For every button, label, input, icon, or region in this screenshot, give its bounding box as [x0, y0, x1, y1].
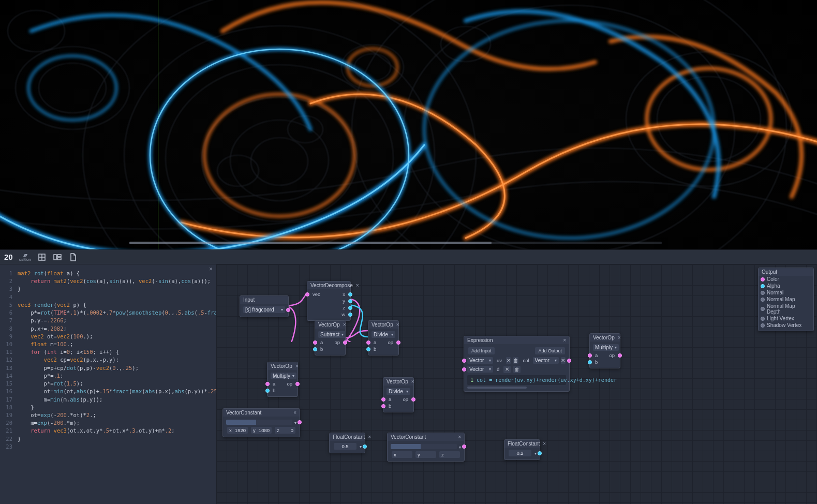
code-editor[interactable]: 1mat2 rot(float a) {2 return mat2(vec2(c…: [0, 266, 216, 454]
add-input-button[interactable]: Add Input: [468, 347, 495, 354]
port-in[interactable]: [462, 359, 466, 363]
code-line[interactable]: 16 ot=min(ot,abs(p)+.15*fract(max(abs(p.…: [3, 388, 216, 395]
node-expression[interactable]: Expression× Add Input Add Output Vector …: [464, 336, 570, 392]
port-out[interactable]: [348, 306, 352, 310]
code-line[interactable]: 4: [3, 293, 216, 301]
file-icon[interactable]: [68, 253, 78, 262]
viewport-scrollbar[interactable]: [129, 242, 662, 244]
y-input[interactable]: y1080: [251, 427, 272, 434]
node-input[interactable]: Input [s] fragcoord: [240, 295, 289, 317]
x-input[interactable]: x: [392, 451, 412, 458]
op-select[interactable]: Multiply: [271, 373, 296, 379]
code-line[interactable]: 22}: [3, 435, 216, 443]
port-in[interactable]: [305, 292, 309, 297]
code-line[interactable]: 18 }: [3, 404, 216, 411]
code-line[interactable]: 14 p*=.1;: [3, 372, 216, 380]
node-vectorconstant[interactable]: VectorConstant× x1920 y1080 z0: [222, 408, 300, 437]
layout-icon[interactable]: [53, 253, 62, 262]
port-out[interactable]: [567, 359, 571, 363]
render-viewport[interactable]: [0, 0, 817, 249]
port-in[interactable]: [313, 340, 317, 345]
port-in[interactable]: [265, 382, 270, 386]
grid-icon[interactable]: [37, 253, 47, 262]
delete-icon[interactable]: ✕: [561, 357, 566, 364]
close-icon[interactable]: ×: [408, 379, 414, 384]
viewport-scrollbar-thumb[interactable]: [129, 242, 492, 244]
port-in[interactable]: [761, 323, 765, 328]
port-in[interactable]: [462, 367, 466, 372]
add-output-button[interactable]: Add Output: [535, 347, 565, 354]
port-out[interactable]: [348, 299, 352, 303]
node-vectorop-subtract[interactable]: VectorOp× Subtract aop b: [315, 320, 346, 355]
node-floatconstant-2[interactable]: FloatConstant× 0.2: [504, 439, 540, 460]
close-icon[interactable]: ×: [540, 441, 546, 447]
float-input[interactable]: 0.2: [509, 450, 531, 456]
port-in[interactable]: [588, 360, 592, 364]
osition-stepper[interactable]: ▴▾ osition: [19, 253, 31, 262]
port-out[interactable]: [298, 420, 302, 424]
trash-icon[interactable]: 🗑: [513, 357, 518, 364]
port-out[interactable]: [363, 444, 367, 449]
code-line[interactable]: 11 for (int i=0; i<150; i++) {: [3, 348, 216, 356]
code-line[interactable]: 1mat2 rot(float a) {: [3, 270, 216, 277]
port-in[interactable]: [761, 291, 765, 295]
y-input[interactable]: y: [415, 451, 436, 458]
port-in[interactable]: [761, 307, 765, 311]
expression-code[interactable]: 1 col = render(uv.xy)+render(uv.xy+d.xy)…: [467, 375, 566, 385]
close-icon[interactable]: ×: [290, 410, 296, 416]
op-select[interactable]: Divide: [372, 331, 395, 338]
op-select[interactable]: Subtract: [318, 331, 346, 338]
port-out[interactable]: [343, 340, 347, 345]
port-in[interactable]: [761, 277, 765, 281]
port-in[interactable]: [588, 353, 592, 358]
op-select[interactable]: Multiply: [593, 344, 619, 351]
close-icon[interactable]: ×: [455, 434, 461, 440]
code-editor-panel[interactable]: × 1mat2 rot(float a) {2 return mat2(vec2…: [0, 264, 216, 504]
close-icon[interactable]: ×: [393, 322, 399, 328]
close-icon[interactable]: ×: [615, 335, 621, 340]
code-line[interactable]: 23: [3, 443, 216, 451]
type-select[interactable]: Vector: [467, 357, 493, 364]
delete-icon[interactable]: ✕: [503, 366, 511, 373]
code-line[interactable]: 17 m=min(m,abs(p.y));: [3, 396, 216, 404]
expression-scrollbar[interactable]: [467, 387, 527, 389]
trash-icon[interactable]: 🗑: [513, 366, 521, 373]
close-icon[interactable]: ×: [292, 363, 299, 369]
code-line[interactable]: 12 vec2 cp=vec2(p.x,-p.y);: [3, 356, 216, 364]
port-in[interactable]: [761, 317, 765, 321]
close-icon[interactable]: ×: [560, 337, 566, 343]
float-input[interactable]: 0.5: [334, 443, 356, 450]
node-vectorconstant-2[interactable]: VectorConstant× x y z: [387, 433, 465, 462]
code-line[interactable]: 2 return mat2(vec2(cos(a),sin(a)), vec2(…: [3, 277, 216, 285]
z-input[interactable]: z: [439, 451, 460, 458]
node-vectorop-multiply-2[interactable]: VectorOp× Multiply aop b: [589, 333, 620, 368]
code-line[interactable]: 21 return vec3(ot.x,ot.y*.5+ot.x*.3,ot.y…: [3, 427, 216, 435]
port-out[interactable]: [348, 292, 352, 297]
port-in[interactable]: [313, 347, 317, 351]
port-in[interactable]: [381, 397, 385, 402]
port-out[interactable]: [462, 444, 466, 449]
port-out[interactable]: [286, 308, 290, 312]
close-icon[interactable]: ×: [365, 434, 371, 440]
code-line[interactable]: 3}: [3, 285, 216, 293]
code-line[interactable]: 8 p.x+=.2082;: [3, 325, 216, 333]
port-in[interactable]: [265, 389, 270, 393]
type-select[interactable]: Vector: [467, 366, 493, 373]
port-out[interactable]: [618, 353, 622, 358]
code-line[interactable]: 9 vec2 ot=vec2(100.);: [3, 333, 216, 340]
delete-icon[interactable]: ✕: [506, 357, 511, 364]
close-icon[interactable]: ×: [340, 322, 346, 328]
port-in[interactable]: [381, 404, 385, 408]
vector-slider[interactable]: [226, 420, 292, 425]
node-vectorop-multiply[interactable]: VectorOp× Multiply aop b: [267, 362, 298, 397]
node-graph[interactable]: Input [s] fragcoord VectorDecompose× vec…: [216, 264, 817, 504]
node-vector-decompose[interactable]: VectorDecompose× vecx y z w: [307, 281, 351, 321]
port-out[interactable]: [348, 313, 352, 317]
type-select-out[interactable]: Vector: [533, 357, 559, 364]
output-panel[interactable]: Output ColorAlphaNormalNormal MapNormal …: [758, 268, 814, 331]
x-input[interactable]: x1920: [227, 427, 248, 434]
node-floatconstant-1[interactable]: FloatConstant× 0.5: [329, 433, 365, 453]
code-line[interactable]: 10 float m=100.;: [3, 340, 216, 348]
close-icon[interactable]: ×: [209, 265, 213, 273]
port-in[interactable]: [366, 340, 370, 345]
